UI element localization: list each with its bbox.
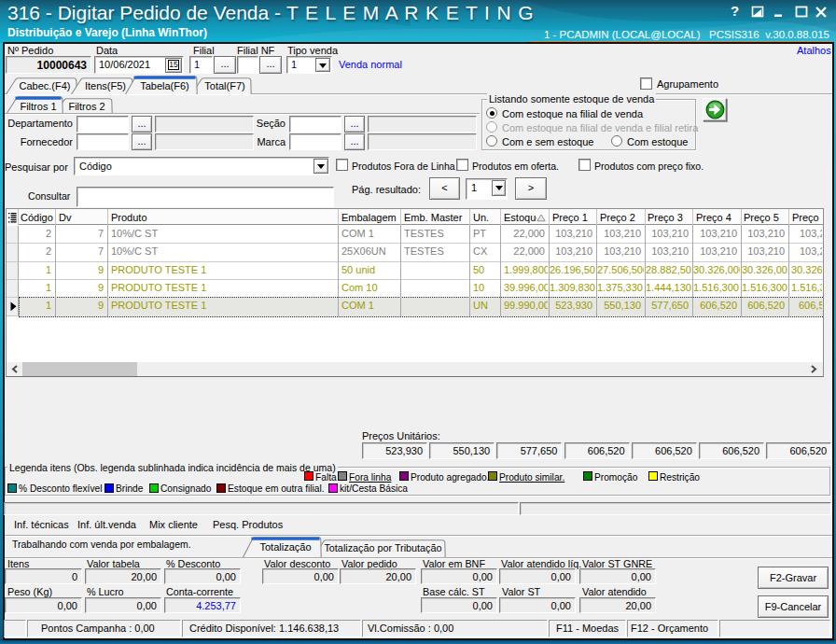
- svg-text:?: ?: [731, 4, 739, 19]
